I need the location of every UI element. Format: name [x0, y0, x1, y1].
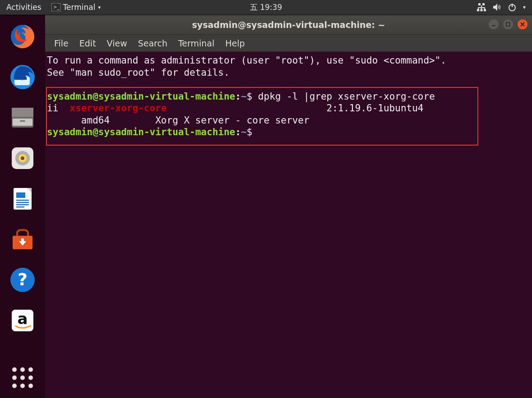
menu-help[interactable]: Help	[221, 37, 249, 50]
svg-rect-29	[16, 206, 24, 208]
svg-rect-2	[478, 3, 481, 5]
prompt-colon: :	[235, 91, 241, 102]
dpkg-package-name: xserver-xorg-core	[70, 103, 167, 114]
firefox-icon	[9, 23, 36, 50]
svg-text:?: ?	[18, 270, 28, 289]
svg-rect-26	[16, 200, 29, 201]
window-title: sysadmin@sysadmin-virtual-machine: ~	[192, 20, 385, 30]
dock-rhythmbox[interactable]	[9, 145, 36, 172]
menu-view[interactable]: View	[102, 37, 132, 50]
dpkg-arch-desc: amd64 Xorg X server - core server	[47, 115, 310, 126]
dpkg-status: ii	[47, 103, 58, 114]
svg-text:a: a	[18, 310, 28, 328]
software-center-icon	[9, 226, 36, 253]
dock-firefox[interactable]	[9, 23, 36, 50]
svg-text:>_: >_	[53, 5, 60, 10]
svg-rect-24	[14, 188, 32, 210]
prompt-path: ~	[241, 91, 247, 102]
app-menu[interactable]: >_ Terminal ▾	[48, 3, 104, 12]
svg-rect-11	[484, 8, 485, 9]
menubar: File Edit View Search Terminal Help	[45, 35, 532, 52]
network-icon	[477, 3, 486, 12]
dpkg-version: 2:1.19.6-1ubuntu4	[327, 103, 424, 114]
svg-point-23	[21, 156, 24, 160]
power-icon	[508, 3, 517, 12]
help-icon: ?	[9, 266, 36, 293]
svg-rect-27	[16, 202, 29, 203]
show-applications-button[interactable]	[12, 367, 33, 388]
prompt-path-2: ~	[241, 127, 247, 137]
terminal-window: sysadmin@sysadmin-virtual-machine: ~ Fil…	[45, 15, 532, 398]
close-icon	[520, 22, 525, 27]
svg-rect-18	[13, 119, 32, 126]
menu-edit[interactable]: Edit	[75, 37, 101, 50]
dock-amazon[interactable]: a	[9, 307, 36, 334]
terminal-area[interactable]: To run a command as administrator (user …	[45, 52, 532, 398]
close-button[interactable]	[518, 19, 527, 29]
prompt-user: sysadmin@sysadmin-virtual-machine	[47, 91, 235, 102]
prompt-colon-2: :	[235, 127, 241, 137]
thunderbird-icon	[9, 64, 36, 91]
window-titlebar[interactable]: sysadmin@sysadmin-virtual-machine: ~	[45, 15, 532, 35]
minimize-button[interactable]	[489, 19, 499, 29]
dock-writer[interactable]	[9, 185, 36, 212]
dock-files[interactable]	[9, 104, 36, 131]
svg-rect-9	[478, 8, 479, 9]
svg-rect-3	[482, 3, 485, 5]
svg-rect-17	[12, 108, 33, 117]
activities-button[interactable]: Activities	[0, 3, 48, 12]
prompt-dollar-2: $	[247, 127, 258, 137]
ubuntu-dock: ? a	[0, 15, 45, 398]
window-controls	[489, 19, 527, 29]
files-icon	[9, 104, 36, 131]
minimize-icon	[491, 22, 496, 27]
svg-rect-35	[492, 25, 495, 26]
clock-label: 五 19:39	[250, 2, 282, 13]
svg-rect-28	[16, 204, 29, 206]
motd-line-1: To run a command as administrator (user …	[47, 55, 446, 66]
prompt-user-2: sysadmin@sysadmin-virtual-machine	[47, 127, 235, 137]
volume-icon	[492, 3, 501, 12]
prompt-dollar: $	[247, 91, 258, 102]
app-menu-label: Terminal	[63, 3, 96, 12]
svg-rect-10	[481, 8, 482, 9]
menu-search[interactable]: Search	[134, 37, 172, 50]
writer-icon	[9, 185, 36, 212]
svg-rect-19	[20, 120, 25, 122]
chevron-down-icon: ▾	[98, 5, 101, 10]
maximize-icon	[505, 22, 511, 27]
gnome-topbar: Activities >_ Terminal ▾ 五 19:39 ▾	[0, 0, 532, 15]
rhythmbox-icon	[9, 145, 36, 172]
dock-software[interactable]	[9, 226, 36, 253]
menu-file[interactable]: File	[50, 37, 73, 50]
status-tray[interactable]: ▾	[471, 3, 532, 12]
svg-rect-25	[16, 192, 25, 198]
maximize-button[interactable]	[503, 19, 513, 29]
clock[interactable]: 五 19:39	[250, 2, 282, 13]
motd-line-2: See "man sudo_root" for details.	[47, 67, 230, 78]
svg-rect-36	[506, 23, 510, 26]
chevron-down-icon: ▾	[523, 4, 526, 10]
dock-thunderbird[interactable]	[9, 64, 36, 91]
command-1: dpkg -l |grep xserver-xorg-core	[258, 91, 435, 102]
terminal-app-icon: >_	[51, 3, 60, 11]
menu-terminal[interactable]: Terminal	[174, 37, 219, 50]
amazon-icon: a	[9, 307, 36, 334]
dock-help[interactable]: ?	[9, 266, 36, 293]
